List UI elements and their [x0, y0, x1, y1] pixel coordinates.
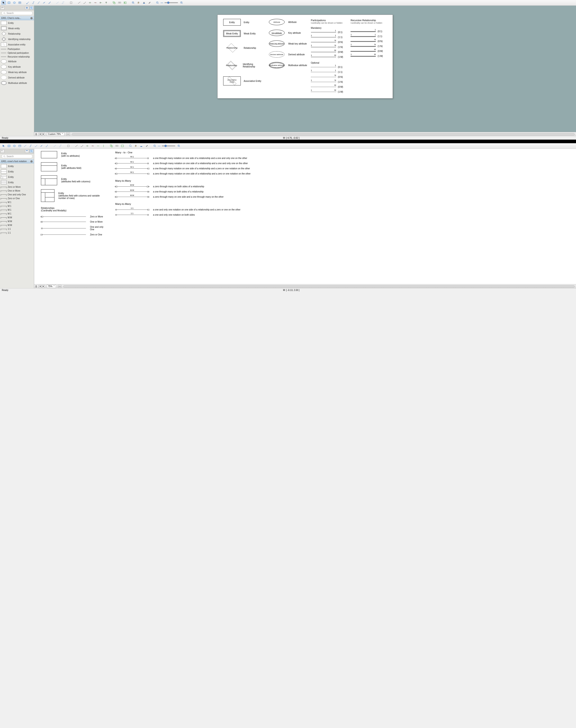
- search-input[interactable]: Search: [1, 154, 33, 158]
- connector4-tool[interactable]: [42, 1, 46, 5]
- pointer-tool[interactable]: [1, 144, 6, 148]
- connector6-tool[interactable]: [55, 1, 60, 5]
- palette-item[interactable]: ⟩⟨One or More: [0, 189, 34, 193]
- hand-tool[interactable]: [134, 144, 138, 148]
- palette-item[interactable]: Entity: [0, 169, 34, 174]
- connector5-tool[interactable]: [47, 1, 52, 5]
- table-tool[interactable]: [18, 1, 22, 5]
- rect-tool[interactable]: [7, 1, 11, 5]
- group3-tool[interactable]: [123, 1, 127, 5]
- palette-item[interactable]: Attribute: [0, 59, 34, 64]
- palette-item[interactable]: Relationship: [0, 31, 34, 36]
- palette-item[interactable]: ⟩⟨M:1: [0, 200, 34, 204]
- palette-item[interactable]: Entity: [0, 163, 34, 169]
- search-tab[interactable]: [29, 149, 33, 153]
- export-tool[interactable]: [66, 144, 70, 148]
- align-v-tool[interactable]: [101, 144, 106, 148]
- ellipse-tool[interactable]: [12, 1, 17, 5]
- ruler-toggle[interactable]: ‖: [35, 133, 37, 135]
- stamp-tool[interactable]: [139, 144, 144, 148]
- connector3-tool[interactable]: [34, 144, 38, 148]
- palette-item[interactable]: Participation: [0, 47, 34, 51]
- grid-view-tab[interactable]: [25, 149, 29, 153]
- palette-item[interactable]: ⟩⟨M:1: [0, 204, 34, 208]
- h-scrollbar[interactable]: [72, 133, 575, 135]
- tree-view-tab[interactable]: [0, 6, 4, 10]
- canvas-area-2[interactable]: Entity(with no attributes)Entity(with at…: [34, 149, 576, 288]
- zoom-select[interactable]: 75% ⌃: [47, 285, 56, 288]
- group2-tool[interactable]: [115, 144, 119, 148]
- palette-header[interactable]: ERD, crow's foot notation: [0, 159, 34, 163]
- palette-header[interactable]: ERD, Chen's nota...: [0, 16, 34, 20]
- line1-tool[interactable]: [74, 144, 79, 148]
- connector1-tool[interactable]: [26, 1, 30, 5]
- palette-item[interactable]: ⟩⟨One and only One: [0, 193, 34, 196]
- line1-tool[interactable]: [77, 1, 82, 5]
- connector7-tool[interactable]: [61, 1, 65, 5]
- group3-tool[interactable]: [120, 144, 125, 148]
- page-prev[interactable]: ◄: [38, 285, 41, 288]
- group2-tool[interactable]: [117, 1, 122, 5]
- palette-item[interactable]: ⟩⟨Zero or One: [0, 196, 34, 200]
- connector2-tool[interactable]: [28, 144, 33, 148]
- palette-item[interactable]: Weak entity: [0, 26, 34, 31]
- collapse-icon[interactable]: [30, 160, 33, 162]
- eyedrop-tool[interactable]: [147, 1, 152, 5]
- palette-item[interactable]: Multivalue attribute: [0, 80, 34, 86]
- connector6-tool[interactable]: [53, 144, 57, 148]
- connector4-tool[interactable]: [39, 144, 44, 148]
- connector7-tool[interactable]: [58, 144, 62, 148]
- line2-tool[interactable]: [80, 144, 84, 148]
- del-point-tool[interactable]: [90, 144, 95, 148]
- pointer-tool[interactable]: [1, 1, 6, 5]
- ruler-toggle[interactable]: ‖: [35, 285, 37, 287]
- palette-item[interactable]: Entity: [0, 174, 34, 180]
- palette-item[interactable]: Entity: [0, 20, 34, 26]
- search-tab[interactable]: [29, 6, 33, 10]
- align-h-tool[interactable]: [96, 144, 100, 148]
- zoom-in-btn[interactable]: [179, 1, 184, 5]
- zoom-select[interactable]: Custom 79% ⌃: [47, 132, 64, 136]
- del-point-tool[interactable]: [93, 1, 98, 5]
- collapse-icon[interactable]: [30, 17, 33, 19]
- palette-item[interactable]: Weak key attribute: [0, 69, 34, 75]
- palette-item[interactable]: ⟩⟨1:1: [0, 227, 34, 231]
- group1-tool[interactable]: [109, 144, 114, 148]
- align-h-tool[interactable]: [98, 1, 103, 5]
- connector2-tool[interactable]: [31, 1, 35, 5]
- ellipse-tool[interactable]: [12, 144, 17, 148]
- palette-item[interactable]: ⟩⟨M:M: [0, 219, 34, 223]
- palette-item[interactable]: Optional participation: [0, 51, 34, 55]
- grid-view-tab[interactable]: [25, 6, 29, 10]
- add-point-tool[interactable]: [88, 1, 92, 5]
- palette-item[interactable]: ⟩⟨M:M: [0, 216, 34, 219]
- view-mode-toggles[interactable]: ▫▫▫: [58, 285, 62, 288]
- palette-item[interactable]: Recursive relationship: [0, 55, 34, 59]
- group1-tool[interactable]: [112, 1, 117, 5]
- search-input[interactable]: Search: [1, 11, 33, 15]
- zoom-slider[interactable]: [162, 146, 175, 146]
- tree-view-tab[interactable]: [0, 149, 4, 153]
- view-mode-toggles[interactable]: ▫▫▫: [66, 133, 70, 135]
- table-tool[interactable]: [18, 144, 22, 148]
- zoom-in-tool[interactable]: [131, 1, 136, 5]
- connector3-tool[interactable]: [36, 1, 41, 5]
- eyedrop-tool[interactable]: [144, 144, 149, 148]
- connector5-tool[interactable]: [45, 144, 49, 148]
- zoom-in-btn[interactable]: [177, 144, 181, 148]
- zoom-out-btn[interactable]: [152, 144, 157, 148]
- page-prev[interactable]: ◄: [38, 133, 41, 135]
- hand-tool[interactable]: [136, 1, 141, 5]
- canvas-area[interactable]: EntityEntityWeak EntityWeak EntityRelati…: [34, 6, 576, 136]
- rect-tool[interactable]: [7, 144, 11, 148]
- h-scrollbar[interactable]: [63, 285, 575, 287]
- line2-tool[interactable]: [82, 1, 87, 5]
- export-tool[interactable]: [69, 1, 74, 5]
- palette-item[interactable]: Entity: [0, 180, 34, 185]
- palette-item[interactable]: Key attribute: [0, 64, 34, 69]
- align-v-tool[interactable]: [104, 1, 109, 5]
- palette-item[interactable]: ⟩⟨1:1: [0, 231, 34, 235]
- zoom-in-tool[interactable]: [128, 144, 133, 148]
- palette-item[interactable]: Identifying relationship: [0, 36, 34, 42]
- stamp-tool[interactable]: [142, 1, 146, 5]
